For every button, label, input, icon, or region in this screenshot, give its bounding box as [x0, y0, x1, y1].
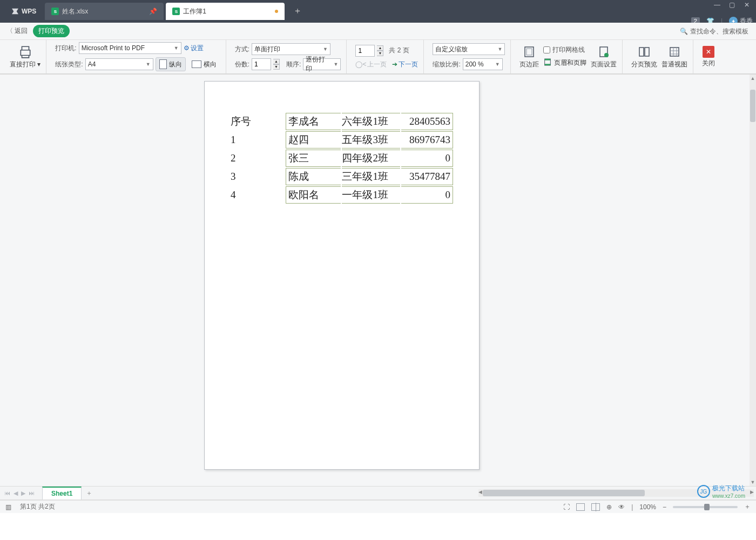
sheet-tab-active[interactable]: Sheet1	[42, 487, 82, 500]
vertical-scrollbar[interactable]: ▲ ▼	[750, 75, 756, 486]
view-mode-normal-icon[interactable]	[576, 503, 585, 511]
settings-label: 设置	[191, 44, 204, 53]
prev-page-label: 上一页	[367, 60, 387, 69]
svg-point-6	[604, 53, 609, 57]
print-mode-value: 单面打印	[254, 45, 280, 54]
paper-label: 纸张类型:	[55, 60, 83, 69]
tab-label: 姓名.xlsx	[62, 7, 88, 16]
grid-checkbox-input[interactable]	[543, 46, 550, 53]
search-command[interactable]: 🔍 查找命令、搜索模板	[680, 23, 748, 40]
portrait-page-icon	[159, 59, 167, 69]
cell-number: 86976743	[401, 131, 453, 148]
sheet-tab-label: Sheet1	[51, 490, 72, 497]
zoom-ratio-label: 缩放比例:	[433, 60, 460, 69]
scrollbar-thumb[interactable]	[750, 90, 755, 122]
bottom-filler	[0, 513, 756, 540]
tab-file-2[interactable]: S 工作簿1	[166, 3, 285, 20]
horizontal-scrollbar[interactable]: ◀ ▶	[478, 489, 754, 497]
chevron-down-icon: ▼	[174, 45, 179, 51]
subtoolbar: 〈 返回 打印预览 🔍 查找命令、搜索模板	[0, 23, 756, 40]
order-select[interactable]: 逐份打印 ▼	[303, 58, 341, 70]
chevron-down-icon: ▼	[146, 62, 151, 67]
print-grid-checkbox[interactable]: 打印网格线	[543, 45, 586, 55]
scroll-right-icon[interactable]: ▶	[750, 489, 754, 495]
header-footer-button[interactable]: 页眉和页脚	[543, 58, 586, 68]
preview-canvas[interactable]: 序号 李成名 六年级1班 28405563 1 赵四 五年级3班 8697674…	[0, 75, 750, 486]
zoom-ratio-select[interactable]: 200 % ▼	[463, 58, 503, 70]
zoom-slider-knob[interactable]	[704, 504, 710, 510]
close-window-button[interactable]: ✕	[744, 1, 752, 9]
grid-checkbox-label: 打印网格线	[552, 45, 585, 55]
page-number-input[interactable]	[355, 45, 375, 57]
cell-class: 一年级1班	[342, 186, 400, 204]
pin-icon[interactable]: 📌	[149, 8, 157, 15]
total-pages-text: 共 2 页	[389, 46, 409, 55]
sheet-first-button[interactable]: ⏮	[4, 490, 10, 497]
view-mode-reading-icon[interactable]: ⊕	[606, 503, 612, 511]
zoom-ratio-value: 200 %	[465, 60, 484, 68]
cell-name: 张三	[286, 150, 341, 167]
next-page-label: 下一页	[399, 60, 418, 69]
maximize-button[interactable]: ▢	[729, 1, 737, 9]
scroll-down-icon[interactable]: ▼	[750, 480, 756, 485]
cell-seq: 2	[231, 150, 285, 167]
normal-view-label: 普通视图	[662, 60, 687, 69]
sheet-last-button[interactable]: ⏭	[29, 490, 35, 497]
printer-label: 打印机:	[55, 44, 76, 53]
print-mode-select[interactable]: 单面打印 ▼	[252, 43, 330, 55]
back-button[interactable]: 〈 返回	[6, 26, 28, 36]
next-page-button[interactable]: ➔ 下一页	[392, 60, 418, 69]
zoom-out-button[interactable]: −	[663, 503, 666, 511]
page-setup-button[interactable]: 页面设置	[591, 45, 617, 69]
scroll-left-icon[interactable]: ◀	[478, 489, 482, 495]
copies-spinner[interactable]: ▲▼	[273, 59, 280, 70]
zoom-percent-text[interactable]: 100%	[639, 503, 656, 511]
new-tab-button[interactable]: ＋	[290, 4, 305, 19]
order-value: 逐份打印	[306, 55, 331, 73]
prev-page-button: ◯< 上一页	[355, 60, 387, 69]
print-mode-label: 方式:	[235, 45, 249, 54]
titlebar: WPS S 姓名.xlsx 📌 S 工作簿1 ＋ — ▢ ✕ 2 👕 | ✦ 香…	[0, 0, 756, 23]
print-preview-pill: 打印预览	[33, 25, 70, 37]
svg-rect-9	[670, 48, 679, 56]
add-sheet-button[interactable]: ＋	[86, 489, 92, 498]
cell-class: 四年级2班	[342, 150, 400, 167]
zoom-slider[interactable]	[673, 506, 738, 508]
cell-name: 欧阳名	[286, 186, 341, 204]
paper-select[interactable]: A4 ▼	[85, 58, 153, 70]
page-margins-button[interactable]: 页边距	[519, 45, 539, 69]
unsaved-dot-icon	[275, 10, 278, 13]
page-spinner[interactable]: ▲▼	[377, 45, 383, 56]
svg-rect-1	[526, 49, 532, 55]
tab-file-1[interactable]: S 姓名.xlsx 📌	[45, 3, 164, 20]
copies-label: 份数:	[235, 60, 249, 69]
zoom-mode-select[interactable]: 自定义缩放 ▼	[433, 43, 505, 55]
cell-number: 0	[401, 186, 453, 204]
copies-input[interactable]	[252, 58, 271, 70]
gear-icon: ⚙	[184, 44, 190, 52]
orientation-portrait-button[interactable]: 纵向	[156, 57, 186, 71]
normal-view-button[interactable]: 普通视图	[662, 45, 687, 69]
zoom-in-button[interactable]: ＋	[744, 502, 751, 511]
sheet-prev-button[interactable]: ◀	[14, 490, 18, 497]
scrollbar-thumb[interactable]	[483, 490, 645, 496]
sheet-next-button[interactable]: ▶	[21, 490, 25, 497]
minimize-button[interactable]: —	[714, 1, 721, 9]
layout-icon[interactable]: ▥	[5, 503, 11, 511]
page-break-preview-button[interactable]: 分页预览	[631, 45, 657, 69]
eye-icon[interactable]: 👁	[618, 503, 625, 511]
view-mode-page-icon[interactable]	[591, 503, 600, 511]
arrow-right-circle-icon: ➔	[392, 60, 397, 68]
direct-print-button[interactable]: 直接打印 ▾	[10, 45, 40, 69]
direct-print-label: 直接打印	[10, 60, 36, 68]
scroll-up-icon[interactable]: ▲	[750, 76, 756, 81]
printer-settings-link[interactable]: ⚙ 设置	[184, 44, 204, 53]
chevron-left-icon: 〈	[6, 26, 13, 36]
table-row: 2 张三 四年级2班 0	[231, 150, 453, 167]
orientation-landscape-button[interactable]: 横向	[188, 58, 220, 71]
app-logo: WPS	[4, 7, 43, 16]
printer-select[interactable]: Microsoft Print to PDF ▼	[79, 42, 181, 54]
margins-label: 页边距	[519, 60, 539, 69]
close-preview-button[interactable]: ✕ 关闭	[702, 46, 715, 68]
fullscreen-icon[interactable]: ⛶	[563, 503, 570, 511]
